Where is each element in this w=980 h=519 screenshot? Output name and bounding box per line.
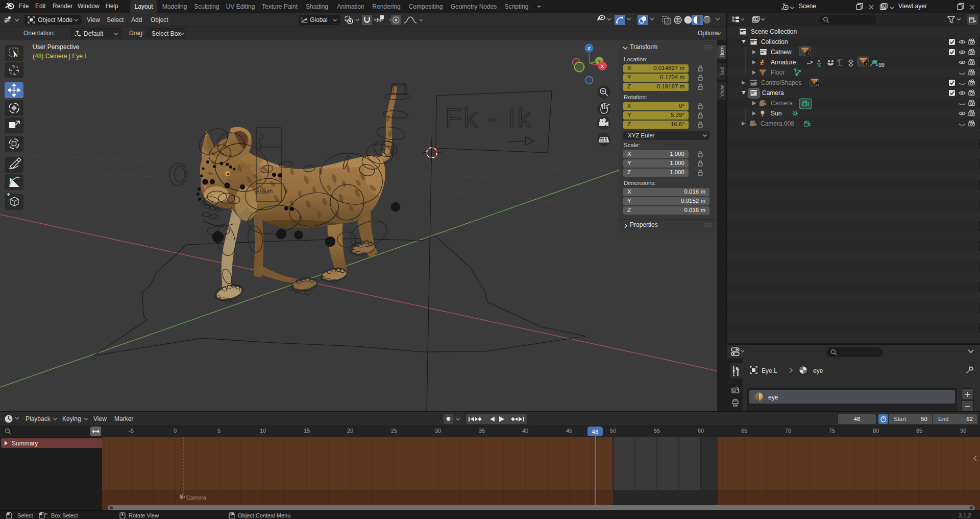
svg-text:70: 70 (785, 428, 791, 434)
svg-text:Summary: Summary (12, 440, 38, 447)
svg-text:Camera.008: Camera.008 (761, 120, 794, 127)
svg-text:90: 90 (960, 428, 966, 434)
svg-text:ControlShapes: ControlShapes (761, 79, 801, 86)
svg-text:0: 0 (174, 428, 177, 434)
svg-text:Collection: Collection (761, 38, 788, 45)
svg-text:Fk - Ik: Fk - Ik (445, 102, 532, 133)
svg-text:Floor: Floor (771, 69, 785, 76)
svg-text:35: 35 (479, 428, 485, 434)
svg-text:Mouth: Mouth (257, 188, 273, 195)
svg-text:15: 15 (304, 428, 310, 434)
svg-text:Sun: Sun (771, 110, 781, 117)
svg-text:Camera: Camera (771, 100, 793, 107)
svg-text:Z: Z (587, 46, 591, 51)
svg-text:5: 5 (217, 428, 220, 434)
svg-text:+99: +99 (875, 62, 885, 68)
svg-text:50: 50 (610, 428, 616, 434)
svg-text:Catnew: Catnew (771, 49, 792, 56)
svg-text:20: 20 (347, 428, 353, 434)
svg-text:45: 45 (566, 428, 572, 434)
svg-text:30: 30 (435, 428, 441, 434)
svg-text:75: 75 (829, 428, 835, 434)
svg-text:Armature: Armature (771, 59, 796, 66)
svg-text:40: 40 (522, 428, 528, 434)
svg-text:60: 60 (698, 428, 704, 434)
svg-text:Camera: Camera (186, 494, 207, 501)
svg-text:80: 80 (873, 428, 879, 434)
svg-text:48: 48 (592, 429, 599, 435)
svg-text:Camera: Camera (762, 89, 784, 97)
svg-text:Scene Collection: Scene Collection (751, 28, 797, 35)
svg-text:55: 55 (654, 428, 660, 434)
svg-text:85: 85 (916, 428, 922, 434)
svg-text:65: 65 (741, 428, 747, 434)
svg-text:-5: -5 (129, 428, 134, 434)
svg-text:X: X (601, 64, 604, 69)
svg-text:37: 37 (815, 83, 820, 87)
svg-text:25: 25 (391, 428, 397, 434)
svg-text:10: 10 (260, 428, 266, 434)
